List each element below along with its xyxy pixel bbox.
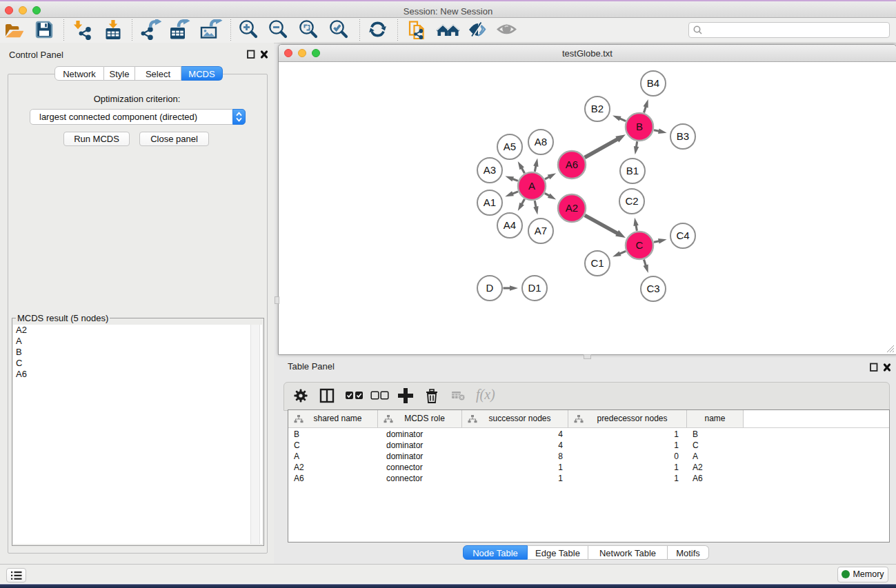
svg-text:f(x): f(x) — [476, 387, 495, 403]
svg-text:D: D — [486, 282, 494, 294]
svg-text:B4: B4 — [647, 77, 659, 89]
svg-text:A2: A2 — [566, 202, 578, 214]
svg-text:B3: B3 — [677, 130, 689, 142]
svg-text:A1: A1 — [484, 196, 496, 208]
svg-text:A7: A7 — [535, 225, 547, 236]
svg-text:B: B — [636, 121, 643, 132]
svg-text:B2: B2 — [591, 103, 604, 114]
svg-text:C4: C4 — [676, 230, 689, 241]
svg-text:A6: A6 — [566, 159, 578, 170]
svg-text:A3: A3 — [484, 164, 496, 176]
svg-text:A5: A5 — [504, 141, 516, 152]
svg-text:A8: A8 — [535, 136, 547, 148]
svg-text:C3: C3 — [646, 283, 659, 294]
svg-text:A4: A4 — [504, 219, 516, 231]
svg-text:B1: B1 — [626, 165, 639, 176]
svg-text:C: C — [636, 239, 644, 251]
svg-text:A: A — [528, 180, 535, 192]
svg-text:C1: C1 — [590, 257, 604, 269]
svg-text:D1: D1 — [528, 282, 541, 294]
svg-text:C2: C2 — [625, 195, 638, 207]
